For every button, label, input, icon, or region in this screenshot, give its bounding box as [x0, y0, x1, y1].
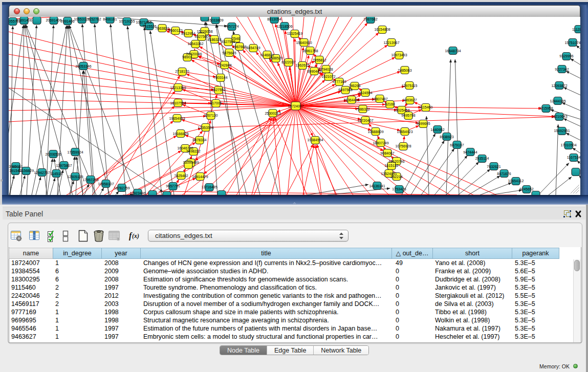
- svg-text:62160: 62160: [385, 102, 395, 106]
- svg-text:9242848: 9242848: [217, 63, 231, 67]
- svg-text:7857274: 7857274: [225, 25, 238, 28]
- svg-text:8471676: 8471676: [497, 172, 511, 176]
- svg-text:1112849: 1112849: [572, 28, 580, 31]
- svg-text:12353594: 12353594: [198, 126, 213, 129]
- svg-text:15226058: 15226058: [197, 30, 212, 33]
- svg-text:16210643: 16210643: [551, 115, 567, 118]
- svg-text:11325419: 11325419: [287, 32, 303, 35]
- svg-text:7515526: 7515526: [142, 25, 156, 28]
- svg-text:2546: 2546: [232, 37, 240, 40]
- svg-text:8938923: 8938923: [440, 135, 453, 139]
- svg-text:17010504: 17010504: [560, 143, 576, 147]
- svg-text:114519: 114519: [51, 172, 62, 176]
- svg-text:10025458: 10025458: [394, 108, 409, 112]
- svg-text:12093872: 12093872: [551, 84, 567, 87]
- svg-text:16154808: 16154808: [374, 28, 390, 31]
- svg-text:10719155: 10719155: [119, 19, 135, 23]
- svg-text:9495798: 9495798: [401, 114, 415, 117]
- svg-text:9427552: 9427552: [211, 88, 225, 92]
- svg-text:10654112: 10654112: [508, 179, 524, 183]
- svg-text:18724007: 18724007: [288, 104, 303, 108]
- svg-text:746266: 746266: [349, 84, 360, 87]
- svg-text:2091406: 2091406: [60, 19, 74, 23]
- svg-text:15720407: 15720407: [357, 119, 373, 122]
- svg-text:1588520: 1588520: [269, 56, 282, 60]
- svg-text:3985061: 3985061: [9, 165, 23, 168]
- svg-text:9498222: 9498222: [186, 149, 200, 153]
- svg-text:19166825: 19166825: [172, 132, 188, 136]
- svg-text:15751074: 15751074: [564, 41, 580, 45]
- svg-text:20206536: 20206536: [45, 152, 61, 156]
- svg-text:12942757: 12942757: [34, 171, 50, 174]
- svg-text:8186328: 8186328: [207, 38, 221, 41]
- svg-text:9245652: 9245652: [519, 187, 533, 191]
- svg-text:10958107: 10958107: [98, 182, 114, 186]
- svg-text:10756928: 10756928: [395, 144, 411, 148]
- svg-text:7663822: 7663822: [155, 27, 169, 30]
- svg-text:15640910: 15640910: [296, 41, 312, 45]
- svg-text:8466161: 8466161: [103, 17, 117, 21]
- svg-text:10807487: 10807487: [372, 97, 387, 101]
- svg-text:12975115: 12975115: [402, 84, 418, 87]
- svg-text:25300213: 25300213: [265, 112, 280, 115]
- svg-text:8454749: 8454749: [246, 46, 260, 50]
- svg-text:7485063: 7485063: [398, 69, 411, 72]
- svg-text:7986322: 7986322: [356, 107, 369, 111]
- svg-text:16107554: 16107554: [170, 101, 186, 105]
- svg-text:21364436: 21364436: [343, 98, 359, 102]
- svg-text:1753426: 1753426: [392, 187, 406, 191]
- svg-text:17359924: 17359924: [67, 150, 83, 154]
- svg-text:9227342: 9227342: [555, 68, 569, 71]
- svg-text:7152762: 7152762: [87, 17, 101, 21]
- svg-text:16033809: 16033809: [207, 18, 223, 22]
- svg-text:9327508: 9327508: [221, 40, 235, 43]
- svg-text:16648734: 16648734: [445, 49, 461, 53]
- svg-text:5875645: 5875645: [222, 51, 236, 55]
- svg-text:10688609: 10688609: [367, 130, 383, 134]
- svg-text:20391406: 20391406: [16, 18, 32, 22]
- svg-text:3215958: 3215958: [539, 106, 553, 110]
- svg-text:2718170: 2718170: [175, 70, 189, 73]
- svg-text:12218506: 12218506: [276, 25, 292, 28]
- svg-text:12213369: 12213369: [170, 86, 186, 90]
- svg-text:6879197: 6879197: [450, 143, 464, 147]
- svg-text:9777169: 9777169: [332, 80, 346, 83]
- svg-text:9115460: 9115460: [419, 105, 433, 109]
- svg-text:20053346: 20053346: [75, 64, 91, 68]
- svg-text:7955812: 7955812: [312, 58, 326, 62]
- svg-text:3267130: 3267130: [204, 114, 217, 117]
- svg-text:8912954: 8912954: [181, 32, 195, 35]
- svg-text:252214: 252214: [390, 175, 402, 179]
- svg-text:1615132: 1615132: [384, 164, 398, 167]
- svg-text:13975867: 13975867: [56, 164, 72, 167]
- svg-text:16914479: 16914479: [192, 175, 208, 179]
- svg-text:9463627: 9463627: [403, 98, 417, 102]
- svg-text:15692951: 15692951: [554, 129, 570, 133]
- svg-text:(x): (x): [132, 232, 139, 239]
- svg-text:14136141: 14136141: [369, 184, 385, 188]
- svg-text:16099489: 16099489: [183, 161, 199, 164]
- svg-text:16543362: 16543362: [187, 42, 203, 46]
- svg-text:12505135: 12505135: [67, 175, 83, 179]
- svg-text:9329996: 9329996: [559, 54, 573, 58]
- svg-text:12923446: 12923446: [129, 191, 145, 195]
- svg-text:8990443: 8990443: [307, 70, 321, 73]
- svg-text:7632621: 7632621: [487, 165, 500, 168]
- svg-text:8322037: 8322037: [281, 60, 295, 64]
- svg-text:1362615: 1362615: [295, 63, 309, 67]
- svg-text:9474444: 9474444: [463, 150, 477, 154]
- svg-text:2935114: 2935114: [475, 157, 489, 160]
- svg-text:16961758: 16961758: [302, 49, 318, 53]
- svg-text:12444185: 12444185: [550, 99, 565, 103]
- svg-text:9657791: 9657791: [166, 184, 180, 188]
- svg-text:9084067: 9084067: [380, 151, 394, 155]
- svg-text:6497568: 6497568: [338, 88, 352, 92]
- svg-text:17957255: 17957255: [82, 178, 98, 182]
- svg-text:10671355: 10671355: [136, 20, 151, 24]
- svg-text:16782759: 16782759: [114, 186, 129, 190]
- svg-text:8660123: 8660123: [168, 29, 182, 32]
- svg-text:1621072: 1621072: [321, 75, 335, 78]
- svg-text:2087682: 2087682: [363, 17, 377, 21]
- svg-text:98901: 98901: [182, 55, 192, 59]
- svg-text:7803144: 7803144: [213, 76, 227, 79]
